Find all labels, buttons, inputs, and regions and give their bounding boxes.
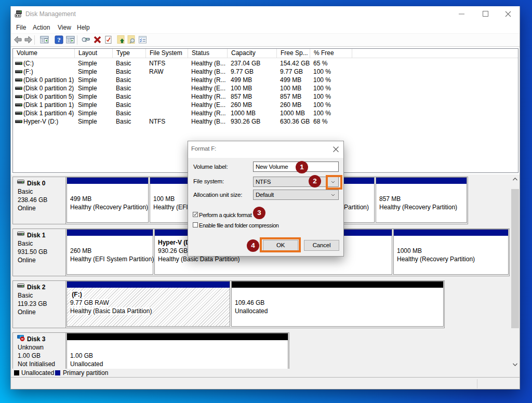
svg-text:?: ? [57,36,61,44]
